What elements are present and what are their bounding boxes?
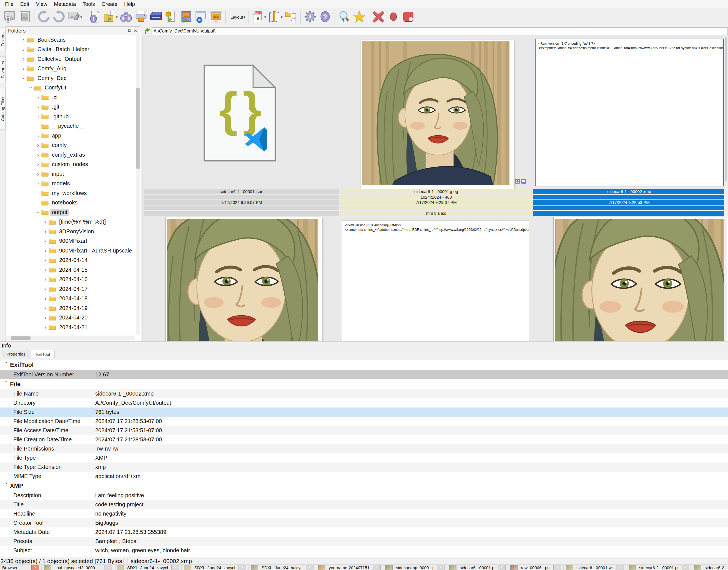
menu-item-edit[interactable]: Edit xyxy=(17,1,33,8)
bottom-tab[interactable]: sidecar6-2-_0...✕ xyxy=(692,564,728,570)
rotate-left-button[interactable] xyxy=(36,9,51,25)
info-properties-button[interactable]: i xyxy=(87,9,102,25)
close-icon[interactable]: ✕ xyxy=(616,564,624,570)
image-viewer-button[interactable] xyxy=(2,9,17,25)
close-icon[interactable]: ✕ xyxy=(373,564,381,570)
exif-row[interactable]: File Type Extensionxmp xyxy=(0,463,728,472)
layout-dropdown-button[interactable]: Layout xyxy=(228,15,244,19)
expand-arrow-icon[interactable]: › xyxy=(21,75,27,81)
expand-arrow-icon[interactable]: › xyxy=(35,171,41,177)
folder-tree-item[interactable]: ›comfy_extras xyxy=(6,150,135,160)
close-icon[interactable]: ✕ xyxy=(31,564,39,570)
favorite-star-button[interactable] xyxy=(352,9,367,25)
expand-arrow-icon[interactable]: › xyxy=(42,257,49,263)
expand-arrow-icon[interactable]: › xyxy=(28,84,34,91)
menu-item-metadata[interactable]: Metadata xyxy=(51,1,79,8)
exif-row[interactable]: File Access Date/Time2024:07:17 21:53:51… xyxy=(0,426,728,435)
close-icon[interactable]: ✕ xyxy=(104,564,112,570)
expand-arrow-icon[interactable]: › xyxy=(42,228,49,235)
expand-arrow-icon[interactable]: › xyxy=(35,161,41,168)
expand-arrow-icon[interactable]: › xyxy=(20,37,27,43)
menu-item-tools[interactable]: Tools xyxy=(79,1,98,8)
close-panel-icon[interactable]: ✕ xyxy=(132,28,138,34)
exif-row[interactable]: MIME Typeapplication/rdf+xml xyxy=(0,472,728,481)
expand-arrow-icon[interactable]: › xyxy=(35,94,41,100)
bottom-tab-browser[interactable]: Browser✕ xyxy=(0,564,42,570)
thumbnail-xmp-row2[interactable]: <?xml version='1.0' encoding='utf-8'?> <… xyxy=(342,221,529,341)
bottom-tab[interactable]: SDXL_June24_zavychro...✕ xyxy=(114,564,182,570)
side-tab-favorites[interactable]: Favorites xyxy=(0,56,6,83)
color-label-button[interactable] xyxy=(401,9,416,25)
folder-tree-item[interactable]: ›2024-04-20 xyxy=(6,313,135,323)
folder-tree-item[interactable]: ›ComfyUI xyxy=(6,83,135,93)
settings-gear-button[interactable] xyxy=(303,9,317,25)
thumbnail-json-file[interactable] xyxy=(199,59,280,168)
folder-tree-item[interactable]: ›3DPonyVision xyxy=(6,227,135,236)
expand-arrow-icon[interactable]: › xyxy=(35,103,41,110)
close-icon[interactable]: ✕ xyxy=(498,564,506,570)
exif-row[interactable]: Headlineno negativity xyxy=(0,509,728,518)
expand-arrow-icon[interactable]: › xyxy=(20,56,27,62)
exif-row[interactable]: File Size761 bytes xyxy=(0,407,728,417)
exif-row[interactable]: File Creation Date/Time2024:07:17 21:28:… xyxy=(0,435,728,444)
bottom-tab[interactable]: sidecar6-_00001.webp✕ xyxy=(564,564,626,570)
folder-tree-item[interactable]: ›2024-04-14 xyxy=(6,256,135,265)
folder-tree-item[interactable]: __pycache__ xyxy=(6,121,135,131)
thumbnail-image-jpeg[interactable] xyxy=(361,40,514,190)
expand-arrow-icon[interactable]: › xyxy=(35,180,41,187)
exif-row[interactable]: File TypeXMP xyxy=(0,453,728,463)
expand-arrow-icon[interactable]: › xyxy=(42,238,49,244)
folder-files-button[interactable] xyxy=(283,9,298,25)
exif-row[interactable]: Titlecode testing project xyxy=(0,500,728,509)
exif-row[interactable]: File Modification Date/Time2024:07:17 21… xyxy=(0,417,728,426)
folder-tree-item[interactable]: ›Comfy_Aug xyxy=(6,64,135,74)
folder-tree-horizontal-scrollbar[interactable] xyxy=(6,335,135,340)
folder-tree-item[interactable]: ›app xyxy=(6,131,135,140)
thumbnail-pages-button[interactable]: 1-5 xyxy=(250,9,265,25)
expand-arrow-icon[interactable]: › xyxy=(35,152,41,158)
exif-row[interactable]: Descriptioni am feeling positive xyxy=(0,491,728,500)
thumbnail-xmp-selected[interactable]: <?xml version='1.0' encoding='utf-8'?> <… xyxy=(535,39,724,187)
help-question-button[interactable]: ? xyxy=(317,9,332,25)
folder-tree-item[interactable]: ›input xyxy=(6,169,135,179)
bottom-tab[interactable]: raw_00006_.png✕ xyxy=(508,564,564,570)
folder-tree-item[interactable]: ›Civitai_Batch_Helper xyxy=(6,45,135,54)
exif-row[interactable]: File Permissions-rw-rw-rw- xyxy=(0,444,728,453)
dropdown-caret-icon[interactable]: ▾ xyxy=(243,15,245,19)
info-tab-exiftool[interactable]: ExifTool xyxy=(31,350,55,358)
convert-button[interactable] xyxy=(66,9,81,25)
print-button[interactable] xyxy=(133,9,148,25)
folder-tree-item[interactable]: ›2024-04-17 xyxy=(6,284,135,294)
exif-row[interactable]: Metadata Date2024:07:17 21:28:53.355389 xyxy=(0,528,728,537)
expand-arrow-icon[interactable]: › xyxy=(42,248,49,254)
browse-mode-button[interactable] xyxy=(17,9,32,25)
exif-row[interactable]: Creator ToolBigJuggs xyxy=(0,518,728,528)
screen-capture-button[interactable] xyxy=(193,9,208,25)
folder-tree-item[interactable]: ›2024-04-16 xyxy=(6,275,135,284)
thumbnail-image-row2-left[interactable] xyxy=(165,217,322,341)
folder-tree-item[interactable]: ›.github xyxy=(6,112,135,121)
collapse-chevron-icon[interactable]: › xyxy=(4,380,9,388)
slideshow-button[interactable] xyxy=(208,9,223,25)
expand-arrow-icon[interactable]: › xyxy=(42,267,49,273)
menu-item-file[interactable]: File xyxy=(2,1,17,8)
folder-tree-item[interactable]: ›2024-04-19 xyxy=(6,303,135,313)
expand-arrow-icon[interactable]: › xyxy=(35,113,41,120)
folder-tree-item[interactable]: ›2024-04-21 xyxy=(6,322,135,332)
catalog-book-button[interactable] xyxy=(267,9,282,25)
side-tab-folders[interactable]: Folders xyxy=(0,27,6,51)
menu-item-view[interactable]: View xyxy=(32,1,51,8)
collapse-chevron-icon[interactable]: › xyxy=(4,482,9,490)
close-icon[interactable]: ✕ xyxy=(171,564,179,570)
folder-tree-item[interactable]: notebooks xyxy=(6,198,135,208)
record-dot-button[interactable] xyxy=(386,9,401,25)
bottom-tab[interactable]: final_upscaled2_0000...✕ xyxy=(42,564,114,570)
close-icon[interactable]: ✕ xyxy=(682,564,689,570)
expand-arrow-icon[interactable]: › xyxy=(42,219,49,225)
folder-tree-item[interactable]: ›custom_nodes xyxy=(6,160,135,170)
folder-tree-item[interactable]: ›2024-04-15 xyxy=(6,265,135,275)
menu-item-create[interactable]: Create xyxy=(98,1,121,8)
float-panel-icon[interactable]: ⧉ xyxy=(126,28,132,34)
delete-x-button[interactable] xyxy=(371,9,386,25)
exif-row[interactable]: ExifTool Version Number12.67 xyxy=(0,370,728,379)
